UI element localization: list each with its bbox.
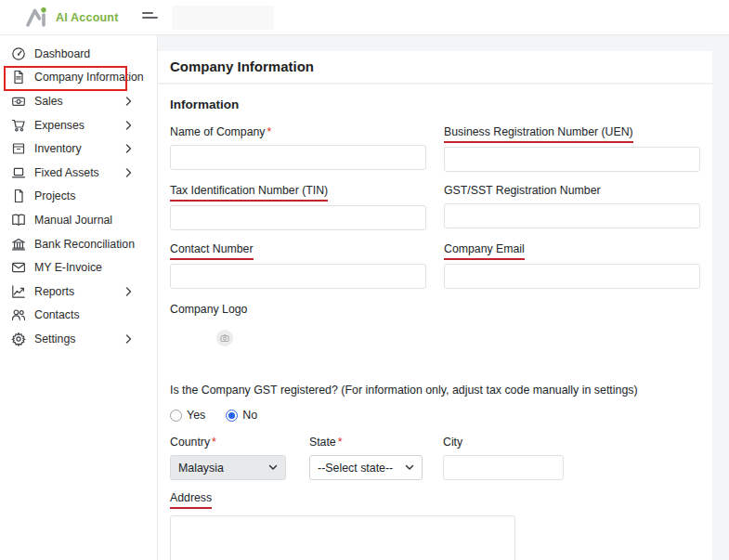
sidebar-item-label: Company Information (34, 71, 144, 84)
page-title: Company Information (158, 51, 712, 85)
sidebar-item-manual-journal[interactable]: Manual Journal (0, 208, 157, 232)
sidebar-item-label: Settings (34, 332, 75, 345)
sidebar-item-label: Contacts (34, 308, 80, 321)
sidebar-item-company-information[interactable]: Company Information (0, 66, 157, 90)
state-label: State* (309, 436, 423, 449)
chevron-down-icon (268, 464, 278, 471)
sidebar-item-label: Reports (34, 285, 74, 298)
radio-circle-icon (226, 410, 238, 422)
sidebar-item-projects[interactable]: Projects (0, 185, 157, 209)
file-icon (11, 189, 26, 203)
company-email-input[interactable] (444, 264, 700, 289)
contact-number-input[interactable] (170, 264, 426, 289)
company-information-panel: Company Information Information Name of … (158, 51, 712, 560)
sidebar-item-label: Sales (34, 95, 63, 108)
dashboard-icon (11, 46, 26, 61)
camera-icon (220, 333, 229, 343)
contact-number-label: Contact Number (170, 242, 254, 260)
tax-identification-label: Tax Identification Number (TIN) (170, 184, 328, 202)
chart-icon (11, 284, 26, 299)
chevron-right-icon (124, 333, 133, 345)
brand-logo[interactable]: AI Account (25, 7, 119, 29)
radio-circle-icon (170, 410, 182, 422)
cart-icon (11, 118, 26, 133)
bank-icon (11, 237, 26, 252)
people-icon (11, 307, 26, 322)
company-information-form: Information Name of Company* Business Re… (158, 85, 712, 560)
sidebar-item-fixed-assets[interactable]: Fixed Assets (0, 161, 157, 185)
sidebar-item-label: Bank Reconciliation (34, 238, 135, 251)
gear-icon (11, 332, 26, 346)
sidebar-item-dashboard[interactable]: Dashboard (0, 42, 157, 66)
sidebar-item-label: Inventory (34, 142, 82, 155)
company-email-label: Company Email (444, 242, 525, 260)
main-area: Company Information Information Name of … (158, 35, 729, 560)
gst-sst-registration-label: GST/SST Registration Number (444, 184, 601, 198)
country-label: Country* (170, 436, 286, 449)
country-select[interactable]: Malaysia (170, 455, 286, 480)
name-of-company-input[interactable] (170, 145, 426, 170)
sidebar-item-contacts[interactable]: Contacts (0, 304, 157, 328)
gst-no-radio[interactable]: No (226, 409, 257, 422)
address-textarea[interactable] (170, 515, 515, 560)
section-title: Information (170, 98, 700, 111)
gst-no-label: No (242, 409, 257, 422)
state-selected-value: --Select state-- (318, 462, 393, 475)
sidebar-item-reports[interactable]: Reports (0, 280, 157, 304)
document-icon (11, 70, 26, 85)
sidebar-item-label: Dashboard (34, 47, 90, 60)
name-of-company-label: Name of Company* (170, 125, 271, 139)
app-header: AI Account (0, 0, 729, 35)
laptop-icon (11, 165, 26, 180)
cash-icon (11, 94, 26, 109)
chevron-right-icon (124, 143, 133, 154)
city-label: City (443, 436, 564, 449)
sidebar-item-settings[interactable]: Settings (0, 327, 157, 351)
country-selected-value: Malaysia (178, 462, 224, 475)
company-logo-label: Company Logo (170, 303, 247, 317)
business-registration-label: Business Registration Number (UEN) (444, 125, 633, 143)
sidebar-item-label: MY E-Invoice (34, 261, 102, 274)
sidebar-item-inventory[interactable]: Inventory (0, 137, 157, 161)
brand-name: AI Account (56, 11, 119, 24)
box-icon (11, 141, 26, 156)
chevron-down-icon (405, 464, 414, 471)
ai-logo-icon (25, 7, 49, 29)
gst-yes-radio[interactable]: Yes (170, 409, 205, 422)
chevron-right-icon (124, 96, 133, 107)
sidebar-item-label: Manual Journal (34, 214, 112, 227)
header-company-selector[interactable] (172, 6, 274, 30)
city-input[interactable] (443, 455, 564, 480)
envelope-icon (11, 260, 26, 275)
required-asterisk: * (212, 436, 216, 449)
gst-sst-registration-input[interactable] (444, 203, 700, 228)
company-logo-upload-button[interactable] (216, 330, 233, 346)
gst-yes-label: Yes (187, 409, 205, 422)
chevron-right-icon (124, 167, 133, 178)
required-asterisk: * (338, 436, 343, 449)
state-select[interactable]: --Select state-- (309, 455, 423, 480)
sidebar-item-bank-reconciliation[interactable]: Bank Reconciliation (0, 232, 157, 256)
menu-toggle-icon[interactable] (142, 12, 158, 21)
chevron-right-icon (124, 286, 133, 297)
sidebar-item-sales[interactable]: Sales (0, 89, 157, 113)
sidebar: Dashboard Company Information Sales Expe… (0, 35, 158, 560)
required-asterisk: * (267, 125, 272, 138)
sidebar-item-my-e-invoice[interactable]: MY E-Invoice (0, 255, 157, 280)
gst-registered-question: Is the Company GST registered? (For info… (170, 384, 700, 397)
sidebar-item-label: Fixed Assets (34, 166, 99, 179)
tax-identification-input[interactable] (170, 205, 426, 230)
business-registration-input[interactable] (444, 147, 700, 172)
gst-radio-group: Yes No (170, 409, 700, 422)
chevron-right-icon (124, 120, 133, 131)
sidebar-item-expenses[interactable]: Expenses (0, 113, 157, 137)
sidebar-item-label: Expenses (34, 119, 85, 132)
book-icon (11, 213, 26, 228)
sidebar-item-label: Projects (34, 189, 75, 202)
address-label: Address (170, 491, 212, 509)
